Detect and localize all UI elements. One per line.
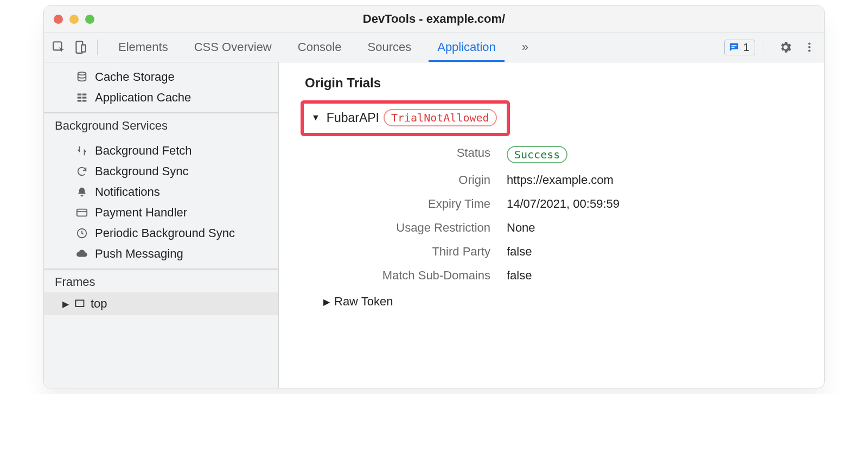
close-window-icon[interactable]	[54, 15, 63, 24]
row-value-usage: None	[507, 221, 802, 235]
tab-label: Elements	[118, 40, 168, 54]
svg-point-8	[78, 72, 86, 75]
triangle-right-icon: ▶	[62, 299, 69, 309]
row-label-usage: Usage Restriction	[317, 221, 490, 235]
row-label-match-subdomains: Match Sub-Domains	[317, 269, 490, 283]
grid-icon	[75, 91, 88, 104]
panel-tabs: Elements CSS Overview Console Sources Ap…	[105, 33, 541, 62]
minimize-window-icon[interactable]	[69, 15, 79, 24]
row-value-expiry: 14/07/2021, 00:59:59	[507, 197, 802, 211]
tab-label: Sources	[367, 40, 411, 54]
devtools-toolbar: Elements CSS Overview Console Sources Ap…	[44, 32, 824, 62]
tab-sources[interactable]: Sources	[354, 33, 424, 62]
sidebar-item-label: Push Messaging	[95, 247, 183, 261]
row-value-origin: https://example.com	[507, 173, 802, 187]
trial-status-badge: TrialNotAllowed	[384, 109, 497, 126]
sidebar-item-label: Payment Handler	[95, 206, 187, 220]
origin-trial-entry[interactable]: ▼ FubarAPI TrialNotAllowed	[301, 100, 510, 136]
tabs-overflow[interactable]: »	[509, 33, 541, 62]
svg-rect-14	[82, 100, 87, 101]
titlebar: DevTools - example.com/	[44, 6, 824, 32]
panel-heading: Origin Trials	[305, 75, 802, 91]
row-label-status: Status	[317, 146, 490, 163]
svg-rect-13	[78, 100, 82, 101]
sync-icon	[75, 165, 88, 178]
svg-point-6	[808, 46, 810, 48]
svg-rect-10	[82, 94, 87, 95]
sidebar-item-label: Background Sync	[95, 164, 188, 178]
row-value-match-subdomains: false	[507, 269, 802, 283]
tab-application[interactable]: Application	[424, 33, 509, 62]
sidebar-item-label: Background Fetch	[95, 144, 192, 158]
status-badge: Success	[507, 146, 567, 163]
zoom-window-icon[interactable]	[85, 15, 94, 24]
trial-name: FubarAPI	[327, 111, 379, 125]
tab-label: CSS Overview	[194, 40, 272, 54]
row-label-third-party: Third Party	[317, 245, 490, 259]
triangle-right-icon: ▶	[323, 297, 330, 307]
sidebar-item-notifications[interactable]: Notifications	[44, 182, 278, 202]
svg-point-5	[808, 43, 810, 45]
svg-rect-12	[82, 97, 87, 98]
device-toolbar-icon[interactable]	[71, 38, 90, 56]
raw-token-row[interactable]: ▶ Raw Token	[323, 295, 802, 309]
sidebar-header-frames: Frames	[44, 270, 278, 292]
bell-icon	[75, 186, 88, 199]
sidebar-item-application-cache[interactable]: Application Cache	[44, 87, 278, 108]
row-value-third-party: false	[507, 245, 802, 259]
toolbar-separator	[763, 40, 763, 55]
tab-css-overview[interactable]: CSS Overview	[181, 33, 285, 62]
kebab-menu-icon[interactable]	[800, 38, 819, 56]
triangle-down-icon: ▼	[311, 113, 320, 123]
cloud-icon	[75, 247, 88, 260]
devtools-body: Cache Storage Application Cache Backgrou…	[44, 62, 824, 388]
sidebar-item-payment-handler[interactable]: Payment Handler	[44, 202, 278, 223]
toolbar-separator	[97, 40, 98, 55]
svg-rect-4	[731, 47, 735, 48]
row-label-expiry: Expiry Time	[317, 197, 490, 211]
sidebar-item-label: Periodic Background Sync	[95, 226, 235, 240]
svg-rect-15	[77, 209, 87, 216]
tab-label: Console	[298, 40, 342, 54]
svg-rect-9	[78, 94, 82, 95]
issues-badge[interactable]: 1	[724, 40, 755, 55]
sidebar-item-background-sync[interactable]: Background Sync	[44, 161, 278, 182]
svg-rect-3	[731, 45, 736, 46]
card-icon	[75, 206, 88, 219]
svg-rect-18	[76, 300, 84, 306]
clock-icon	[75, 227, 88, 240]
sidebar-item-push-messaging[interactable]: Push Messaging	[44, 244, 278, 264]
svg-point-7	[808, 49, 810, 52]
inspect-element-icon[interactable]	[49, 38, 68, 56]
sidebar-item-label: Cache Storage	[95, 70, 175, 84]
sidebar-item-frame-top[interactable]: ▶ top	[44, 292, 278, 315]
svg-rect-2	[81, 45, 86, 52]
overflow-glyph: »	[522, 40, 528, 54]
chat-icon	[728, 41, 740, 53]
application-sidebar: Cache Storage Application Cache Backgrou…	[44, 62, 279, 388]
tab-console[interactable]: Console	[285, 33, 355, 62]
issues-count: 1	[743, 41, 749, 54]
sidebar-header-background-services: Background Services	[44, 113, 278, 136]
main-panel: Origin Trials ▼ FubarAPI TrialNotAllowed…	[279, 62, 824, 388]
window-controls	[54, 15, 94, 24]
window-title: DevTools - example.com/	[44, 12, 824, 26]
row-label-origin: Origin	[317, 173, 490, 187]
database-icon	[75, 71, 88, 84]
tab-label: Application	[437, 40, 496, 54]
sidebar-item-cache-storage[interactable]: Cache Storage	[44, 67, 278, 87]
raw-token-label: Raw Token	[334, 295, 393, 309]
tab-elements[interactable]: Elements	[105, 33, 181, 62]
frame-label: top	[91, 297, 107, 311]
trial-details-table: Status Success Origin https://example.co…	[317, 146, 802, 283]
fetch-icon	[75, 144, 88, 157]
sidebar-item-label: Application Cache	[95, 91, 191, 105]
frame-icon	[74, 298, 85, 309]
row-value-status: Success	[507, 146, 802, 163]
settings-icon[interactable]	[776, 38, 795, 56]
sidebar-item-background-fetch[interactable]: Background Fetch	[44, 140, 278, 161]
devtools-window: DevTools - example.com/ Elements CSS Ove…	[43, 5, 825, 388]
sidebar-item-periodic-sync[interactable]: Periodic Background Sync	[44, 223, 278, 244]
svg-rect-11	[78, 97, 82, 98]
sidebar-item-label: Notifications	[95, 185, 160, 199]
